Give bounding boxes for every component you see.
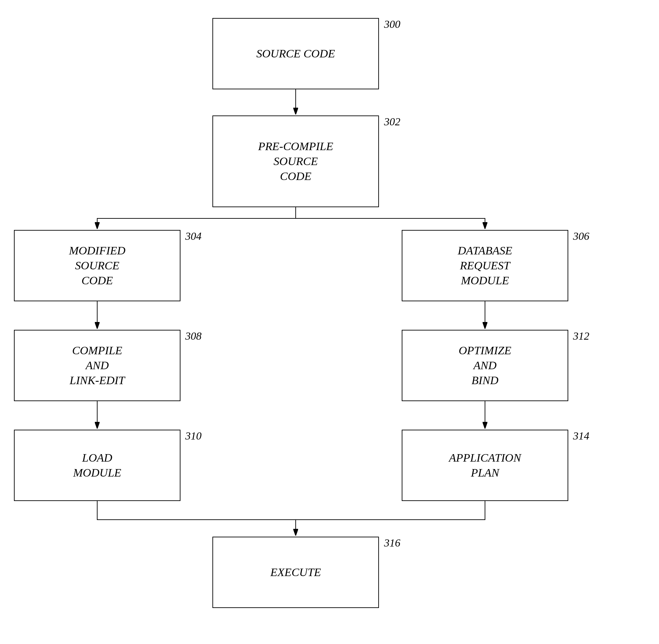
source-code-ref: 300 [384,18,400,31]
compile-link-box: COMPILEANDLINK-EDIT [14,330,180,401]
execute-label: EXECUTE [270,565,321,580]
source-code-label: SOURCE CODE [256,46,335,61]
modified-source-ref: 304 [185,230,202,243]
modified-source-label: MODIFIEDSOURCECODE [69,243,125,288]
load-module-ref: 310 [185,430,202,442]
diagram: SOURCE CODE 300 PRE-COMPILESOURCECODE 30… [0,0,659,644]
pre-compile-box: PRE-COMPILESOURCECODE [212,115,379,207]
database-request-box: DATABASEREQUESTMODULE [402,230,568,301]
pre-compile-label: PRE-COMPILESOURCECODE [258,139,333,184]
modified-source-box: MODIFIEDSOURCECODE [14,230,180,301]
pre-compile-ref: 302 [384,115,400,128]
compile-link-label: COMPILEANDLINK-EDIT [70,343,125,388]
execute-box: EXECUTE [212,537,379,608]
application-plan-ref: 314 [573,430,589,442]
load-module-label: LOADMODULE [73,450,121,480]
optimize-bind-label: OPTIMIZEANDBIND [459,343,511,388]
database-request-label: DATABASEREQUESTMODULE [458,243,513,288]
source-code-box: SOURCE CODE [212,18,379,89]
database-request-ref: 306 [573,230,589,243]
optimize-bind-ref: 312 [573,330,589,342]
load-module-box: LOADMODULE [14,430,180,501]
application-plan-label: APPLICATIONPLAN [449,450,521,480]
application-plan-box: APPLICATIONPLAN [402,430,568,501]
compile-link-ref: 308 [185,330,202,342]
optimize-bind-box: OPTIMIZEANDBIND [402,330,568,401]
execute-ref: 316 [384,537,400,549]
